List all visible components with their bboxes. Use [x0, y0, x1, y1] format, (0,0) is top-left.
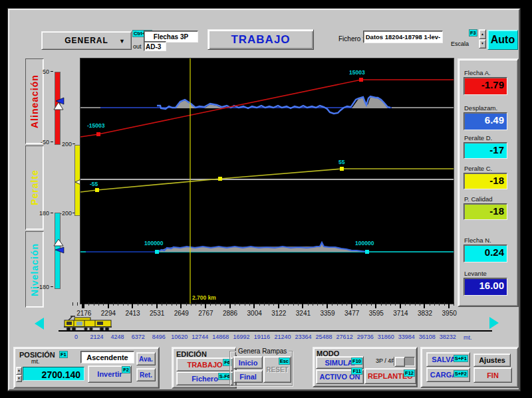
alineacion-end-point[interactable]	[359, 78, 363, 82]
peralte-end-point[interactable]	[340, 167, 344, 171]
meters-axis-labels: 0212442486372849610620127441486816992191…	[66, 334, 458, 342]
meters-label: 36108	[417, 334, 438, 342]
meters-label: 33984	[396, 334, 417, 342]
values-group-flecha: Flecha A.-1.79Desplazam.6.49	[464, 69, 507, 140]
posicion-unit-label: mt.	[31, 358, 40, 365]
out-field[interactable]: AD-3	[144, 41, 166, 51]
x-axis-label: 2886	[218, 310, 243, 318]
s-f1-badge: S+F1	[454, 355, 468, 362]
meters-label: 8496	[148, 334, 169, 342]
final-button[interactable]: Final	[233, 370, 263, 383]
avanzar-button[interactable]: Ava.	[136, 352, 156, 365]
x-axis-label: 2531	[145, 310, 170, 318]
position-value-field[interactable]: 2700.140	[23, 367, 84, 381]
meters-label: 0	[66, 334, 86, 342]
meters-label: 10620	[169, 334, 190, 342]
inicio-button[interactable]: Inicio	[233, 356, 263, 369]
escala-spinner[interactable]: ▲ ▼	[479, 29, 486, 49]
peralte-end-label: 55	[338, 159, 345, 165]
nivelacion-scale-max: 180	[35, 210, 49, 217]
genera-rampas-title: Genera Rampas	[236, 348, 289, 355]
peralte-start-label: -55	[90, 181, 98, 187]
fin-button[interactable]: FIN	[473, 367, 512, 383]
meters-label: 6372	[128, 334, 148, 342]
escala-spinner-down-icon[interactable]: ▼	[479, 39, 486, 49]
meters-label: 14868	[210, 334, 231, 342]
nivelacion-start-point[interactable]	[155, 250, 159, 254]
meters-label: 27612	[334, 334, 355, 342]
chevron-down-icon: ▼	[119, 38, 126, 45]
alineacion-slider-marker[interactable]	[52, 96, 66, 112]
escala-spinner-up-icon[interactable]: ▲	[479, 29, 486, 39]
flecha-a-value-box: -1.79	[464, 77, 507, 95]
meters-label: 25488	[314, 334, 334, 342]
x-axis-label: 3241	[291, 310, 316, 318]
reset-label: RESET	[266, 366, 288, 373]
ajustes-button[interactable]: Ajustes	[473, 353, 511, 367]
desplazam-label: Desplazam.	[464, 104, 507, 112]
fichero-label: Fichero :	[338, 35, 364, 43]
invertir-label: Invertir	[97, 370, 122, 378]
x-axis-label: 3950	[437, 310, 462, 318]
position-spinner-down-icon[interactable]: ▼	[16, 375, 22, 383]
f2-badge: F2	[122, 366, 130, 373]
edicion-fichero-button[interactable]: Fichero S-F6	[176, 371, 233, 385]
salva-button[interactable]: SALVA S+F1	[426, 352, 470, 367]
position-spinner-up-icon[interactable]: ▲	[16, 367, 22, 375]
esc-badge: Esc	[279, 357, 290, 365]
3p-4p-toggle[interactable]	[394, 357, 415, 366]
peralte-start-point[interactable]	[95, 188, 99, 192]
activo-on-button[interactable]: ACTIVO ON F11	[316, 369, 364, 384]
peralte-c-label: Peralte C.	[464, 165, 507, 172]
auto-button[interactable]: Auto	[487, 30, 518, 50]
meters-label: 2124	[86, 334, 107, 342]
meters-label: 19116	[251, 334, 272, 342]
f1-badge: F1	[59, 351, 68, 358]
meters-label: 4248	[107, 334, 128, 342]
retroceder-button[interactable]: Ret.	[136, 368, 156, 381]
peralte-c-value-box: -18	[464, 173, 507, 189]
position-spinner[interactable]: ▲ ▼	[16, 367, 22, 382]
reset-button[interactable]: RESET Esc	[263, 356, 291, 383]
f3-badge: F3	[469, 29, 477, 37]
scroll-left-arrow[interactable]	[35, 318, 44, 330]
x-axis-label: 2767	[194, 310, 218, 318]
peralte-d-value-box: -17	[464, 142, 507, 159]
peralte-d-label: Peralte D.	[464, 134, 507, 142]
axis-ruler-major-ticks	[71, 302, 462, 308]
track-geometry-chart[interactable]: -15003 15003 -55 55 100000 100000 2.700 …	[80, 58, 454, 304]
3p-4p-label: 3P / 4P	[376, 357, 395, 364]
edicion-trabajo-label: TRABAJO	[187, 361, 222, 369]
nivelacion-scale-min: -180	[32, 284, 49, 290]
flecha-n-value-box: 0.24	[464, 245, 507, 262]
nivelacion-end-point[interactable]	[365, 250, 369, 254]
cursor-km-label: 2.700 km	[192, 294, 216, 301]
x-axis-label: 3004	[242, 310, 267, 318]
3p-4p-toggle-thumb[interactable]	[394, 357, 405, 367]
x-axis-label: 3477	[340, 310, 364, 318]
edicion-panel: EDICIÓN TRABAJO F6 Fichero S-F6	[172, 347, 237, 389]
direction-field[interactable]: Ascendente	[80, 351, 134, 363]
scroll-right-arrow[interactable]	[489, 317, 499, 329]
f11-badge: F11	[351, 367, 362, 375]
peralte-mid-point[interactable]	[218, 177, 222, 181]
nivelacion-slider-marker[interactable]	[52, 238, 66, 254]
fichero-field[interactable]: Datos 18204-18798 1-lev-	[363, 31, 443, 43]
simula-label: SIMULA.	[325, 359, 354, 367]
x-axis-label: 2649	[170, 310, 194, 318]
replanteo-button[interactable]: REPLANTEO F12	[364, 368, 416, 384]
general-dropdown[interactable]: GENERAL ▼	[41, 31, 132, 50]
x-axis-labels: 2176229424132531264927672886300431223241…	[72, 310, 462, 318]
alineacion-start-point[interactable]	[96, 132, 100, 136]
alineacion-scale-max: 50	[35, 68, 49, 75]
carga-button[interactable]: CARGA S+F2	[426, 367, 470, 382]
flecha-n-label: Flecha N.	[464, 237, 507, 244]
p-calidad-value-box: -18	[464, 203, 507, 220]
alineacion-scale-min: -50	[32, 139, 49, 146]
meters-label: 12744	[190, 334, 210, 342]
alineacion-end-label: 15003	[349, 69, 365, 76]
trabajo-main-button[interactable]: TRABAJO	[207, 29, 314, 50]
invertir-button[interactable]: Invertir F2	[88, 365, 132, 383]
edicion-trabajo-button[interactable]: TRABAJO F6	[176, 357, 233, 371]
x-axis-label: 3595	[364, 310, 389, 318]
